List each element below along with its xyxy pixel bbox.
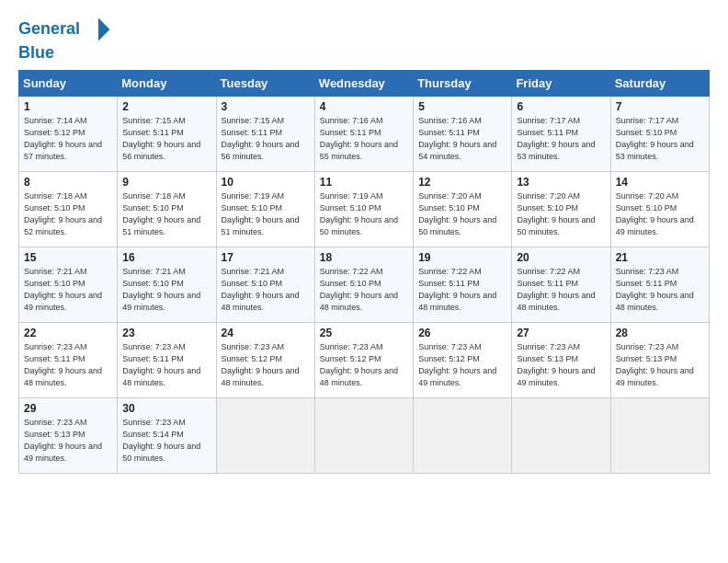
logo-text: General — [18, 20, 80, 39]
calendar-cell: 9 Sunrise: 7:18 AM Sunset: 5:10 PM Dayli… — [118, 171, 216, 247]
day-number: 18 — [320, 251, 408, 264]
calendar-cell: 7 Sunrise: 7:17 AM Sunset: 5:10 PM Dayli… — [610, 96, 709, 171]
calendar-cell: 3 Sunrise: 7:15 AM Sunset: 5:11 PM Dayli… — [216, 96, 314, 171]
day-info: Sunrise: 7:17 AM Sunset: 5:10 PM Dayligh… — [616, 115, 704, 163]
weekday-header-row: SundayMondayTuesdayWednesdayThursdayFrid… — [19, 70, 710, 96]
day-info: Sunrise: 7:23 AM Sunset: 5:13 PM Dayligh… — [616, 341, 704, 389]
calendar-week-row: 1 Sunrise: 7:14 AM Sunset: 5:12 PM Dayli… — [19, 96, 710, 171]
day-info: Sunrise: 7:23 AM Sunset: 5:14 PM Dayligh… — [122, 417, 210, 465]
logo-blue: Blue — [18, 44, 113, 63]
day-info: Sunrise: 7:21 AM Sunset: 5:10 PM Dayligh… — [122, 266, 210, 314]
calendar-cell: 4 Sunrise: 7:16 AM Sunset: 5:11 PM Dayli… — [314, 96, 413, 171]
day-info: Sunrise: 7:16 AM Sunset: 5:11 PM Dayligh… — [320, 115, 408, 163]
calendar-cell: 20 Sunrise: 7:22 AM Sunset: 5:11 PM Dayl… — [512, 247, 610, 322]
calendar-cell: 23 Sunrise: 7:23 AM Sunset: 5:11 PM Dayl… — [118, 322, 216, 397]
logo: General Blue — [18, 15, 113, 63]
day-number: 19 — [418, 251, 506, 264]
day-info: Sunrise: 7:20 AM Sunset: 5:10 PM Dayligh… — [418, 190, 506, 238]
calendar-cell — [512, 397, 610, 473]
calendar-cell: 14 Sunrise: 7:20 AM Sunset: 5:10 PM Dayl… — [610, 171, 709, 247]
day-info: Sunrise: 7:23 AM Sunset: 5:13 PM Dayligh… — [24, 417, 112, 465]
day-number: 5 — [418, 100, 506, 113]
day-number: 28 — [616, 327, 704, 339]
calendar-cell: 19 Sunrise: 7:22 AM Sunset: 5:11 PM Dayl… — [414, 247, 512, 322]
day-number: 12 — [418, 176, 506, 189]
calendar-cell: 13 Sunrise: 7:20 AM Sunset: 5:10 PM Dayl… — [512, 171, 610, 247]
calendar-cell: 21 Sunrise: 7:23 AM Sunset: 5:11 PM Dayl… — [610, 247, 709, 322]
day-info: Sunrise: 7:21 AM Sunset: 5:10 PM Dayligh… — [24, 266, 112, 314]
calendar-cell: 1 Sunrise: 7:14 AM Sunset: 5:12 PM Dayli… — [19, 96, 118, 171]
day-number: 7 — [616, 100, 704, 113]
weekday-header-cell: Saturday — [610, 70, 709, 96]
calendar-cell: 22 Sunrise: 7:23 AM Sunset: 5:11 PM Dayl… — [19, 322, 118, 397]
day-number: 8 — [24, 176, 112, 189]
day-info: Sunrise: 7:14 AM Sunset: 5:12 PM Dayligh… — [24, 115, 112, 163]
day-info: Sunrise: 7:23 AM Sunset: 5:11 PM Dayligh… — [122, 341, 210, 389]
day-info: Sunrise: 7:20 AM Sunset: 5:10 PM Dayligh… — [616, 190, 704, 238]
day-number: 11 — [320, 176, 408, 189]
day-info: Sunrise: 7:19 AM Sunset: 5:10 PM Dayligh… — [222, 190, 310, 238]
calendar-cell: 11 Sunrise: 7:19 AM Sunset: 5:10 PM Dayl… — [314, 171, 413, 247]
day-number: 29 — [24, 402, 112, 415]
day-info: Sunrise: 7:20 AM Sunset: 5:10 PM Dayligh… — [517, 190, 605, 238]
day-info: Sunrise: 7:23 AM Sunset: 5:12 PM Dayligh… — [320, 341, 408, 389]
day-number: 15 — [24, 251, 112, 264]
calendar-cell: 16 Sunrise: 7:21 AM Sunset: 5:10 PM Dayl… — [118, 247, 216, 322]
weekday-header-cell: Tuesday — [216, 70, 314, 96]
weekday-header-cell: Sunday — [19, 70, 118, 96]
day-number: 10 — [222, 176, 310, 189]
day-number: 2 — [122, 100, 210, 113]
day-number: 20 — [517, 251, 605, 264]
weekday-header-cell: Monday — [118, 70, 216, 96]
day-number: 27 — [517, 327, 605, 339]
calendar-cell: 8 Sunrise: 7:18 AM Sunset: 5:10 PM Dayli… — [19, 171, 118, 247]
calendar-cell: 15 Sunrise: 7:21 AM Sunset: 5:10 PM Dayl… — [19, 247, 118, 322]
calendar-week-row: 22 Sunrise: 7:23 AM Sunset: 5:11 PM Dayl… — [19, 322, 710, 397]
day-info: Sunrise: 7:23 AM Sunset: 5:11 PM Dayligh… — [24, 341, 112, 389]
day-info: Sunrise: 7:22 AM Sunset: 5:11 PM Dayligh… — [418, 266, 506, 314]
calendar-cell — [216, 397, 314, 473]
calendar-cell: 18 Sunrise: 7:22 AM Sunset: 5:10 PM Dayl… — [314, 247, 413, 322]
day-info: Sunrise: 7:16 AM Sunset: 5:11 PM Dayligh… — [418, 115, 506, 163]
day-info: Sunrise: 7:23 AM Sunset: 5:13 PM Dayligh… — [517, 341, 605, 389]
day-number: 4 — [320, 100, 408, 113]
day-info: Sunrise: 7:15 AM Sunset: 5:11 PM Dayligh… — [122, 115, 210, 163]
calendar-cell: 5 Sunrise: 7:16 AM Sunset: 5:11 PM Dayli… — [414, 96, 512, 171]
calendar-cell: 12 Sunrise: 7:20 AM Sunset: 5:10 PM Dayl… — [414, 171, 512, 247]
calendar-cell: 10 Sunrise: 7:19 AM Sunset: 5:10 PM Dayl… — [216, 171, 314, 247]
calendar-cell: 30 Sunrise: 7:23 AM Sunset: 5:14 PM Dayl… — [118, 397, 216, 473]
calendar-cell: 6 Sunrise: 7:17 AM Sunset: 5:11 PM Dayli… — [512, 96, 610, 171]
day-info: Sunrise: 7:22 AM Sunset: 5:11 PM Dayligh… — [517, 266, 605, 314]
logo-icon — [84, 15, 113, 44]
calendar-cell — [610, 397, 709, 473]
calendar-cell: 17 Sunrise: 7:21 AM Sunset: 5:10 PM Dayl… — [216, 247, 314, 322]
day-info: Sunrise: 7:18 AM Sunset: 5:10 PM Dayligh… — [24, 190, 112, 238]
day-number: 3 — [222, 100, 310, 113]
day-number: 13 — [517, 176, 605, 189]
calendar-table: SundayMondayTuesdayWednesdayThursdayFrid… — [18, 70, 710, 474]
day-info: Sunrise: 7:23 AM Sunset: 5:12 PM Dayligh… — [222, 341, 310, 389]
day-number: 17 — [222, 251, 310, 264]
day-number: 26 — [418, 327, 506, 339]
header: General Blue — [18, 15, 710, 63]
day-info: Sunrise: 7:21 AM Sunset: 5:10 PM Dayligh… — [222, 266, 310, 314]
day-number: 6 — [517, 100, 605, 113]
day-number: 22 — [24, 327, 112, 339]
day-info: Sunrise: 7:22 AM Sunset: 5:10 PM Dayligh… — [320, 266, 408, 314]
calendar-cell — [414, 397, 512, 473]
day-info: Sunrise: 7:15 AM Sunset: 5:11 PM Dayligh… — [222, 115, 310, 163]
weekday-header-cell: Wednesday — [314, 70, 413, 96]
calendar-week-row: 8 Sunrise: 7:18 AM Sunset: 5:10 PM Dayli… — [19, 171, 710, 247]
day-number: 25 — [320, 327, 408, 339]
day-info: Sunrise: 7:23 AM Sunset: 5:12 PM Dayligh… — [418, 341, 506, 389]
calendar-cell: 29 Sunrise: 7:23 AM Sunset: 5:13 PM Dayl… — [19, 397, 118, 473]
page: General Blue SundayMondayTuesdayWednesda… — [0, 0, 728, 563]
calendar-week-row: 29 Sunrise: 7:23 AM Sunset: 5:13 PM Dayl… — [19, 397, 710, 473]
day-info: Sunrise: 7:17 AM Sunset: 5:11 PM Dayligh… — [517, 115, 605, 163]
calendar-cell — [314, 397, 413, 473]
calendar-week-row: 15 Sunrise: 7:21 AM Sunset: 5:10 PM Dayl… — [19, 247, 710, 322]
calendar-cell: 24 Sunrise: 7:23 AM Sunset: 5:12 PM Dayl… — [216, 322, 314, 397]
day-number: 24 — [222, 327, 310, 339]
day-number: 30 — [122, 402, 210, 415]
day-number: 21 — [616, 251, 704, 264]
